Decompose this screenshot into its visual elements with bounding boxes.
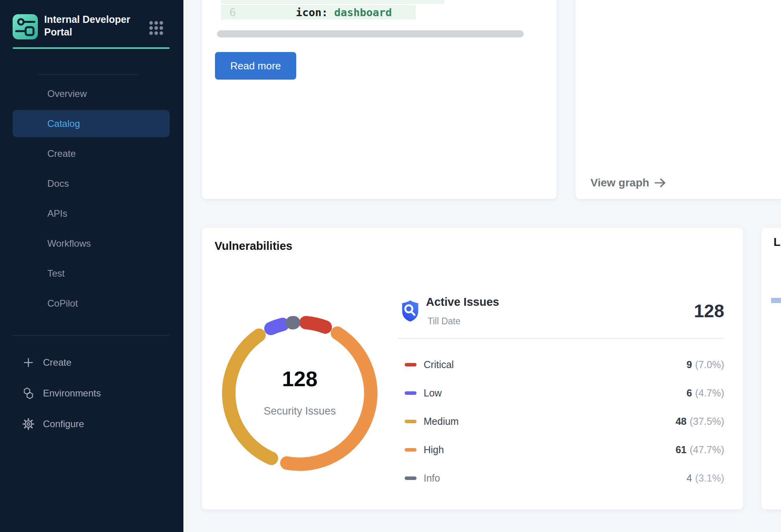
legend-count: 48 [676,416,687,427]
legend-pct: (3.1%) [695,472,724,484]
code-line-partial [221,0,444,4]
legend-count: 61 [676,444,687,456]
donut-segment-high [287,333,371,464]
arrow-right-icon [654,178,667,188]
active-issues-total: 128 [694,300,724,322]
legend-count: 4 [686,472,692,484]
screen: Internal Developer Portal Overview Catal… [0,0,781,532]
docs-code-card: 6 icon: dashboard Read more [202,0,557,199]
nav-label: Workflows [47,238,91,249]
active-issues-subtitle: Till Date [428,316,461,327]
nav-label: Docs [47,178,69,189]
nav-label: CoPilot [47,298,78,309]
legend-count: 6 [686,387,692,399]
code-value: dashboard [334,6,392,19]
legend-row-low: Low 6 (4.7%) [405,384,724,402]
legend-label: High [424,444,444,456]
apps-grid-icon[interactable] [148,20,164,36]
donut-center-label: Security Issues [221,405,379,417]
shield-search-icon [401,299,420,322]
sidebar-item-test[interactable]: Test [13,260,170,287]
donut-chart [217,311,383,476]
legend-pct: (37.5%) [689,416,724,427]
right-card-bar-fragment [771,298,781,303]
legend-pct: (4.7%) [695,387,724,399]
legend-count: 9 [686,359,692,370]
sidebar-item-workflows[interactable]: Workflows [13,230,170,257]
sidebar-accent-rule [13,47,170,49]
legend-row-critical: Critical 9 (7.0%) [405,356,724,373]
footer-label: Environments [43,388,101,399]
footer-label: Create [43,357,71,368]
legend-label: Low [424,387,442,399]
critical-color-pill [405,363,417,366]
view-graph-label: View graph [590,177,649,189]
graph-card: View graph [575,0,781,199]
code-line-6: 6 icon: dashboard [221,5,416,19]
code-line-number: 6 [221,6,245,19]
sidebar-item-docs[interactable]: Docs [13,170,170,197]
legend-pct: (47.7%) [689,444,724,456]
nav-label: Test [47,268,65,279]
pipeline-nodes-icon [13,14,38,39]
legend-label: Info [424,472,440,484]
plus-icon [22,357,34,368]
code-key: icon: [296,6,328,19]
legend-label: Critical [424,359,454,370]
sidebar-item-create[interactable]: Create [13,140,170,167]
sidebar-footer-nav: Create Environments [13,347,170,439]
read-more-button[interactable]: Read more [215,52,296,80]
donut-segment-critical [306,323,325,327]
hexagons-icon [22,387,34,399]
legend-pct: (7.0%) [695,359,724,370]
footer-label: Configure [43,419,84,430]
legend-row-high: High 61 (47.7%) [405,441,724,458]
footer-divider [13,335,170,336]
vulnerabilities-card: Vulnerabilities 128 Security Issues Acti… [202,228,743,510]
sidebar-item-create-action[interactable]: Create [13,347,170,378]
app-logo[interactable] [13,14,38,39]
sidebar-item-apis[interactable]: APIs [13,200,170,227]
right-edge-card: L [761,228,781,510]
sidebar-item-configure[interactable]: Configure [13,409,170,439]
horizontal-scrollbar[interactable] [217,30,524,37]
sidebar-item-catalog[interactable]: Catalog [13,110,170,137]
sidebar: Internal Developer Portal Overview Catal… [0,0,183,532]
legend-row-info: Info 4 (3.1%) [405,469,724,487]
nav-divider [38,74,139,75]
legend-row-medium: Medium 48 (37.5%) [405,413,724,430]
nav-label: Overview [47,88,87,99]
info-color-pill [405,476,417,480]
donut-center-value: 128 [221,366,379,391]
right-card-partial-title: L [774,236,781,249]
legend-label: Medium [424,416,459,427]
high-color-pill [405,448,417,452]
card-title: Vulnerabilities [215,240,292,253]
nav-label: Catalog [47,118,80,129]
view-graph-link[interactable]: View graph [590,177,667,189]
gear-icon [22,418,34,430]
nav-label: Create [47,148,76,159]
low-color-pill [405,391,417,395]
nav-label: APIs [47,208,67,219]
summary-divider [398,338,724,339]
sidebar-nav: Overview Catalog Create Docs APIs Workfl… [13,80,170,320]
security-issues-donut [217,311,383,476]
active-issues-title: Active Issues [426,296,499,309]
sidebar-item-overview[interactable]: Overview [13,80,170,107]
donut-segment-low [271,324,283,328]
donut-segment-medium [229,335,271,459]
app-title: Internal Developer Portal [44,13,143,38]
sidebar-item-environments[interactable]: Environments [13,378,170,409]
sidebar-item-copilot[interactable]: CoPilot [13,290,170,317]
medium-color-pill [405,420,417,423]
